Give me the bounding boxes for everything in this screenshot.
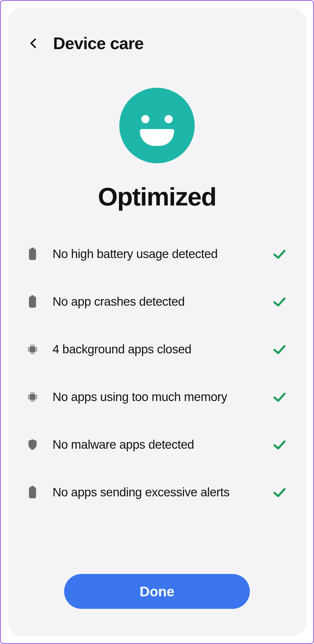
header: Device care [26,33,288,53]
svg-rect-11 [28,347,29,348]
check-icon [271,486,288,498]
list-item: No apps using too much memory [26,389,288,405]
svg-rect-8 [30,353,31,354]
list-item-label: No apps sending excessive alerts [53,485,257,499]
svg-rect-23 [34,400,35,402]
list-item-label: No apps using too much memory [53,390,257,404]
svg-rect-12 [28,349,29,350]
list-item: No malware apps detected [26,437,288,452]
list-item-label: 4 background apps closed [53,342,257,356]
svg-rect-14 [36,347,37,348]
list-item: No apps sending excessive alerts [26,485,288,500]
battery-icon [26,485,39,500]
chip-icon [26,389,39,405]
shield-icon [26,437,39,452]
screen-frame: Device care Optimized No high battery us… [0,0,314,644]
svg-rect-7 [34,345,35,346]
status-face-wrap [26,88,288,163]
svg-rect-9 [32,353,33,354]
svg-rect-4 [30,346,35,352]
list-item-label: No high battery usage detected [53,247,257,261]
battery-icon [26,294,39,309]
svg-rect-10 [34,353,35,354]
svg-rect-6 [32,345,33,346]
svg-rect-15 [36,349,37,350]
svg-rect-31 [29,487,36,498]
svg-rect-17 [30,394,35,400]
optimization-list: No high battery usage detected No app cr… [26,246,288,548]
check-icon [271,344,288,355]
content-card: Device care Optimized No high battery us… [8,8,306,636]
check-icon [271,248,288,260]
svg-rect-21 [30,400,31,402]
svg-rect-19 [32,392,33,394]
svg-rect-18 [30,392,31,394]
svg-rect-20 [34,392,35,394]
svg-rect-26 [28,398,29,399]
svg-rect-25 [28,397,29,398]
list-item: No app crashes detected [26,294,288,309]
svg-rect-27 [36,395,37,396]
status-title: Optimized [26,182,288,212]
list-item-label: No app crashes detected [53,295,257,309]
svg-rect-3 [29,296,36,308]
svg-rect-24 [28,395,29,396]
list-item-label: No malware apps detected [53,438,257,452]
svg-rect-16 [36,350,37,351]
list-item: 4 background apps closed [26,342,288,357]
svg-rect-29 [36,398,37,399]
back-button[interactable] [26,36,41,51]
svg-rect-5 [30,345,31,346]
chevron-left-icon [28,37,40,49]
chip-icon [26,342,39,357]
svg-rect-28 [36,397,37,398]
check-icon [271,439,288,450]
list-item: No high battery usage detected [26,246,288,262]
check-icon [271,296,288,307]
battery-icon [26,246,39,262]
smile-face-icon [119,88,195,163]
svg-rect-22 [32,400,33,402]
svg-rect-1 [29,249,36,260]
done-button[interactable]: Done [64,574,250,609]
svg-rect-13 [28,350,29,351]
check-icon [271,391,288,403]
page-title: Device care [53,33,143,53]
